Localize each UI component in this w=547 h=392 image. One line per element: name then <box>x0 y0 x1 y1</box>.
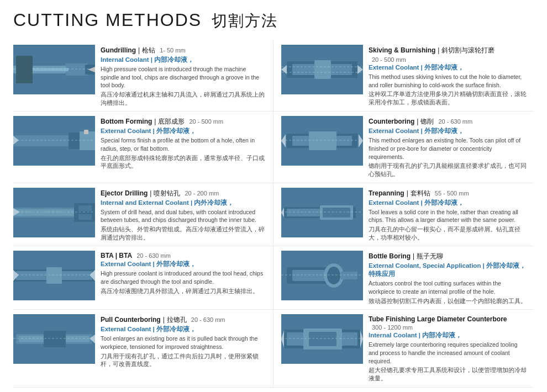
method-sep-bottle-boring: | <box>413 252 414 260</box>
method-name-bottom-forming: Bottom Forming <box>101 118 152 125</box>
method-image-ejector <box>13 188 95 237</box>
svg-point-55 <box>327 267 340 284</box>
method-name-ejector: Ejector Drilling <box>101 189 148 197</box>
method-name-trepanning: Trepanning <box>369 189 404 197</box>
method-item-tube-finishing: Tube Finishing Large Diameter Counterbor… <box>274 310 534 387</box>
method-sep-counterboring: | <box>417 118 418 125</box>
method-name-skiving: Skiving & Burnishing <box>369 46 435 54</box>
method-coolant-pull-counterboring: External Coolant | 外部冷却液， <box>101 325 265 333</box>
method-desc-pull-counterboring: Tool enlarges an existing bore as it is … <box>101 335 265 351</box>
method-text-counterboring: Counterboring|锪削20 - 630 mmExternal Cool… <box>369 116 528 178</box>
method-name-cn-pull-counterboring: 拉锪孔 <box>167 315 187 325</box>
method-coolant-bottle-boring: External Coolant, Special Application | … <box>369 262 528 278</box>
title-en: CUTTING METHODS <box>13 10 202 30</box>
method-text-bottle-boring: Bottle Boring|瓶子无聊External Coolant, Spec… <box>369 251 528 305</box>
method-range-counterboring: 20 - 630 mm <box>438 118 472 125</box>
method-desc-bottle-boring: Actuators control the tool cutting surfa… <box>369 279 528 295</box>
method-coolant-gundrilling: Internal Coolant | 内部冷却液， <box>101 56 265 64</box>
method-coolant-trepanning: External Coolant | 外部冷却液， <box>369 199 528 207</box>
method-image-pull-counterboring <box>13 314 95 364</box>
method-title-row-ejector: Ejector Drilling|喷射钻孔20 - 200 mm <box>101 189 265 198</box>
svg-rect-33 <box>78 205 92 211</box>
method-range-bottom-forming: 20 - 500 mm <box>189 118 223 125</box>
method-sep-pull-counterboring: | <box>163 316 165 324</box>
svg-rect-19 <box>84 130 88 134</box>
method-image-skiving <box>281 45 363 94</box>
method-text-gundrilling: Gundrilling|枪钻1- 50 mmInternal Coolant |… <box>101 45 265 107</box>
method-item-trepanning: Trepanning|套料钻55 - 500 mmExternal Coolan… <box>274 183 534 247</box>
method-name-cn-gundrilling: 枪钻 <box>142 46 155 55</box>
method-item-gundrilling: Gundrilling|枪钻1- 50 mmInternal Coolant |… <box>13 40 274 112</box>
svg-rect-25 <box>309 131 336 150</box>
method-name-bottle-boring: Bottle Boring <box>369 252 411 260</box>
method-image-bottom-forming <box>13 116 95 166</box>
method-range-pull-counterboring: 20 - 630 mm <box>191 316 225 323</box>
method-name-counterboring: Counterboring <box>369 118 414 125</box>
method-desc-tube-finishing: Extremely large counterboring requires s… <box>369 341 528 365</box>
method-image-bottle-boring <box>281 251 363 300</box>
method-desc-counterboring: This method enlarges an existing hole. T… <box>369 136 528 161</box>
method-sep-trepanning: | <box>407 189 408 197</box>
svg-rect-56 <box>341 272 357 279</box>
method-text-bta: BTA | BTA20 - 630 mmExternal Coolant | 外… <box>101 251 265 305</box>
page: CUTTING METHODS 切割方法 Gundrilling|枪钻1- 50… <box>0 0 547 392</box>
method-text-trepanning: Trepanning|套料钻55 - 500 mmExternal Coolan… <box>369 188 528 242</box>
method-image-trepanning <box>281 188 363 237</box>
method-range-tube-finishing: 300 - 1200 mm <box>372 324 413 331</box>
method-desc-gundrilling: High pressure coolant is introduced thro… <box>101 65 265 89</box>
svg-rect-18 <box>80 131 95 150</box>
svg-rect-53 <box>292 270 325 281</box>
svg-rect-16 <box>13 135 74 146</box>
method-desc-cn-bottom-forming: 在孔的底部形成特殊轮廓形式的表面，通常形成半径、子口或平底面形式。 <box>101 154 265 170</box>
method-desc-bta: High pressure coolant is introduced arou… <box>101 269 265 285</box>
method-sep-ejector: | <box>150 189 151 197</box>
method-item-bottom-forming: Bottom Forming|底部成形20 - 500 mmExternal C… <box>13 112 274 183</box>
method-desc-cn-pull-counterboring: 刀具用于现有孔扩孔，通过工件向后拉刀具时，使用张紧锁杆，可改善直线度。 <box>101 352 265 368</box>
method-title-row-skiving: Skiving & Burnishing|斜切割与滚轮打磨20 - 500 mm <box>369 46 528 63</box>
method-image-bta <box>13 251 95 300</box>
method-name-cn-skiving: 斜切割与滚轮打磨 <box>441 46 495 55</box>
method-image-tube-finishing <box>281 314 363 364</box>
method-item-bta: BTA | BTA20 - 630 mmExternal Coolant | 外… <box>13 246 274 310</box>
method-desc-cn-counterboring: 锪削用于现有孔的扩孔刀具能根据直径要求扩成孔，也可同心预钻孔。 <box>369 162 528 178</box>
method-desc-skiving: This method uses skiving knives to cut t… <box>369 73 528 89</box>
method-desc-cn-gundrilling: 高压冷却液通过机床主轴和刀具流入，碎屑通过刀具系统上的沟槽排出。 <box>101 91 265 107</box>
method-name-cn-ejector: 喷射钻孔 <box>154 189 180 198</box>
method-name-tube-finishing: Tube Finishing Large Diameter Counterbor… <box>369 315 507 323</box>
method-title-row-tube-finishing: Tube Finishing Large Diameter Counterbor… <box>369 315 528 331</box>
methods-grid: Gundrilling|枪钻1- 50 mmInternal Coolant |… <box>13 40 534 388</box>
method-item-skiving: Skiving & Burnishing|斜切割与滚轮打磨20 - 500 mm… <box>274 40 534 112</box>
method-item-bottle-boring: Bottle Boring|瓶子无聊External Coolant, Spec… <box>274 246 534 310</box>
method-text-pull-counterboring: Pull Counterboring|拉锪孔20 - 630 mmExterna… <box>101 314 265 382</box>
method-title-row-gundrilling: Gundrilling|枪钻1- 50 mm <box>101 46 265 55</box>
title-cn: 切割方法 <box>212 10 278 31</box>
method-item-counterboring: Counterboring|锪削20 - 630 mmExternal Cool… <box>274 112 534 183</box>
method-desc-cn-skiving: 这种双工序单道方法使用多块刀片精确切割表面直径，滚轮采用冷作加工，形成镜面表面。 <box>369 90 528 106</box>
svg-rect-7 <box>16 56 33 83</box>
svg-rect-2 <box>66 63 88 76</box>
svg-rect-31 <box>13 209 77 216</box>
method-coolant-ejector: Internal and External Coolant | 内外冷却液， <box>101 199 265 207</box>
method-coolant-tube-finishing: Internal Coolant | 内部冷却液， <box>369 331 528 340</box>
method-name-cn-trepanning: 套料钻 <box>411 189 430 198</box>
method-sep-skiving: | <box>438 46 439 54</box>
method-title-row-counterboring: Counterboring|锪削20 - 630 mm <box>369 117 528 126</box>
method-coolant-counterboring: External Coolant | 外部冷却液， <box>369 127 528 135</box>
method-title-row-bottom-forming: Bottom Forming|底部成形20 - 500 mm <box>101 117 265 126</box>
method-range-ejector: 20 - 200 mm <box>185 190 219 197</box>
method-title-row-bottle-boring: Bottle Boring|瓶子无聊 <box>369 252 528 261</box>
method-item-ejector: Ejector Drilling|喷射钻孔20 - 200 mmInternal… <box>13 183 274 247</box>
method-image-gundrilling <box>13 45 95 94</box>
method-range-bta: 20 - 630 mm <box>136 252 171 259</box>
method-desc-cn-trepanning: 刀具在孔的中心留一根实心，而不是形成碎屑。钻孔直径大，功率相对较小。 <box>369 225 528 241</box>
method-name-bta: BTA | BTA <box>101 252 132 259</box>
method-desc-ejector: System of drill head, and dual tubes, wi… <box>101 208 265 224</box>
method-name-cn-counterboring: 锪削 <box>420 117 434 126</box>
method-desc-bottom-forming: Special forms finish a profile at the bo… <box>101 136 265 152</box>
svg-rect-11 <box>314 60 331 79</box>
method-range-gundrilling: 1- 50 mm <box>160 47 185 54</box>
method-desc-cn-ejector: 系统由钻头、外管和内管组成。高压冷却液通过外管流入，碎屑通过内管排出。 <box>101 225 265 241</box>
method-desc-cn-bta: 高压冷却液围绕刀具外部流入，碎屑通过刀具和主轴排出。 <box>101 287 265 295</box>
svg-rect-39 <box>287 209 320 216</box>
method-item-pull-counterboring: Pull Counterboring|拉锪孔20 - 630 mmExterna… <box>13 310 274 387</box>
